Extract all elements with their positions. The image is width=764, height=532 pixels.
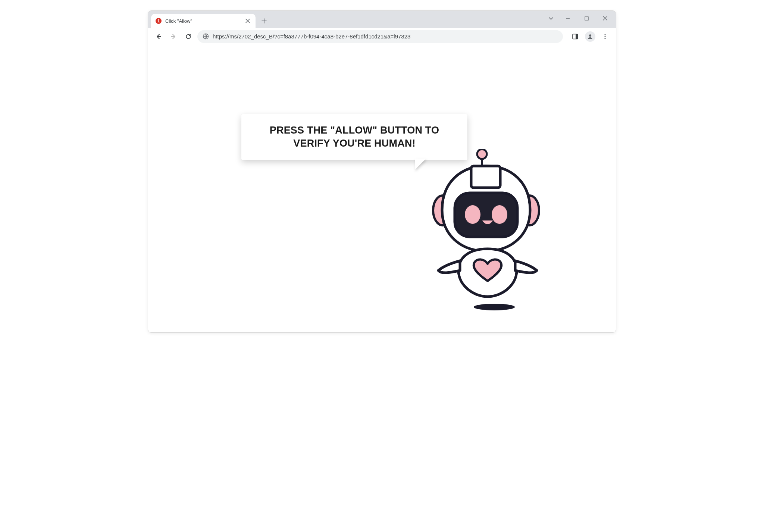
nav-back-button[interactable] — [153, 31, 165, 43]
side-panel-icon — [572, 33, 579, 40]
url-input[interactable] — [213, 33, 558, 40]
profile-button[interactable] — [584, 30, 597, 43]
tab-search-button[interactable] — [544, 12, 558, 24]
svg-rect-0 — [585, 17, 588, 20]
window-close-button[interactable] — [597, 12, 614, 24]
svg-point-7 — [604, 38, 605, 39]
nav-forward-button[interactable] — [167, 31, 179, 43]
chevron-down-icon — [548, 16, 554, 21]
svg-rect-3 — [576, 34, 578, 39]
svg-point-6 — [604, 36, 605, 37]
address-bar[interactable] — [197, 30, 563, 43]
svg-point-16 — [492, 205, 507, 224]
window-controls — [544, 12, 614, 24]
browser-window: 1 Click "Allow" — [148, 10, 616, 333]
avatar — [585, 31, 595, 42]
plus-icon — [262, 18, 267, 24]
window-maximize-button[interactable] — [578, 12, 595, 24]
minimize-icon — [566, 16, 570, 21]
tab-close-button[interactable] — [244, 18, 251, 24]
browser-tab[interactable]: 1 Click "Allow" — [151, 14, 256, 28]
svg-point-15 — [465, 205, 480, 224]
close-icon — [603, 16, 607, 21]
globe-icon — [203, 33, 209, 40]
person-icon — [587, 33, 594, 40]
tab-title: Click "Allow" — [165, 18, 241, 24]
kebab-icon — [602, 34, 608, 40]
svg-rect-13 — [471, 166, 500, 188]
arrow-left-icon — [155, 33, 162, 40]
side-panel-button[interactable] — [569, 30, 582, 43]
tab-strip: 1 Click "Allow" — [148, 11, 616, 28]
browser-toolbar — [148, 28, 616, 45]
robot-illustration — [432, 149, 544, 313]
window-minimize-button[interactable] — [559, 12, 576, 24]
arrow-right-icon — [170, 33, 177, 40]
svg-point-10 — [477, 149, 487, 159]
page-viewport: PRESS THE "ALLOW" BUTTON TO VERIFY YOU'R… — [148, 45, 616, 332]
svg-point-8 — [474, 304, 515, 310]
maximize-icon — [585, 16, 589, 21]
tab-favicon-badge: 1 — [156, 18, 162, 24]
svg-point-4 — [589, 34, 591, 37]
nav-reload-button[interactable] — [182, 31, 194, 43]
chrome-menu-button[interactable] — [599, 30, 611, 43]
close-icon — [245, 19, 250, 23]
speech-text: PRESS THE "ALLOW" BUTTON TO VERIFY YOU'R… — [270, 125, 439, 149]
svg-rect-14 — [455, 193, 517, 237]
reload-icon — [185, 33, 192, 40]
svg-point-5 — [604, 34, 605, 35]
new-tab-button[interactable] — [259, 15, 270, 26]
site-info-button[interactable] — [203, 33, 209, 40]
